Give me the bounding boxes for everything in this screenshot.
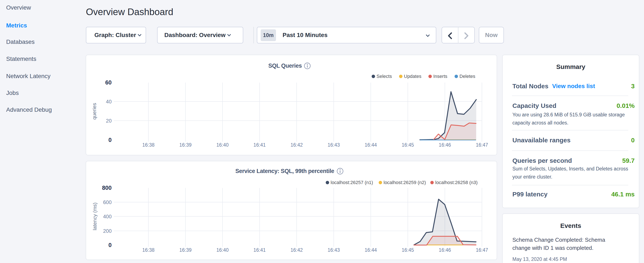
- svg-text:16:44: 16:44: [365, 247, 377, 253]
- svg-text:16:46: 16:46: [439, 142, 451, 148]
- svg-text:16:41: 16:41: [254, 247, 266, 253]
- svg-text:16:42: 16:42: [290, 247, 303, 253]
- svg-text:latency (ms): latency (ms): [92, 203, 98, 230]
- svg-text:16:38: 16:38: [142, 247, 154, 253]
- svg-text:16:46: 16:46: [439, 247, 451, 253]
- svg-text:queries: queries: [92, 103, 97, 120]
- svg-text:200: 200: [103, 228, 112, 234]
- svg-text:60: 60: [105, 79, 112, 86]
- svg-text:16:47: 16:47: [476, 142, 488, 148]
- svg-text:16:44: 16:44: [365, 142, 377, 148]
- svg-text:600: 600: [103, 199, 112, 205]
- svg-text:16:43: 16:43: [328, 142, 340, 148]
- svg-text:0: 0: [108, 137, 112, 143]
- svg-text:16:39: 16:39: [180, 142, 192, 148]
- svg-text:0: 0: [108, 242, 112, 248]
- svg-text:20: 20: [106, 118, 112, 124]
- svg-text:16:40: 16:40: [216, 247, 229, 253]
- svg-text:16:43: 16:43: [328, 247, 340, 253]
- svg-text:16:40: 16:40: [216, 142, 229, 148]
- svg-text:40: 40: [106, 99, 112, 105]
- svg-text:16:41: 16:41: [254, 142, 266, 148]
- svg-text:16:38: 16:38: [142, 142, 154, 148]
- svg-text:16:45: 16:45: [402, 247, 414, 253]
- svg-text:16:39: 16:39: [180, 247, 192, 253]
- svg-text:800: 800: [102, 185, 112, 191]
- svg-text:400: 400: [103, 214, 112, 219]
- svg-text:16:42: 16:42: [290, 142, 303, 148]
- svg-text:16:45: 16:45: [402, 142, 414, 148]
- svg-text:16:47: 16:47: [476, 247, 488, 253]
